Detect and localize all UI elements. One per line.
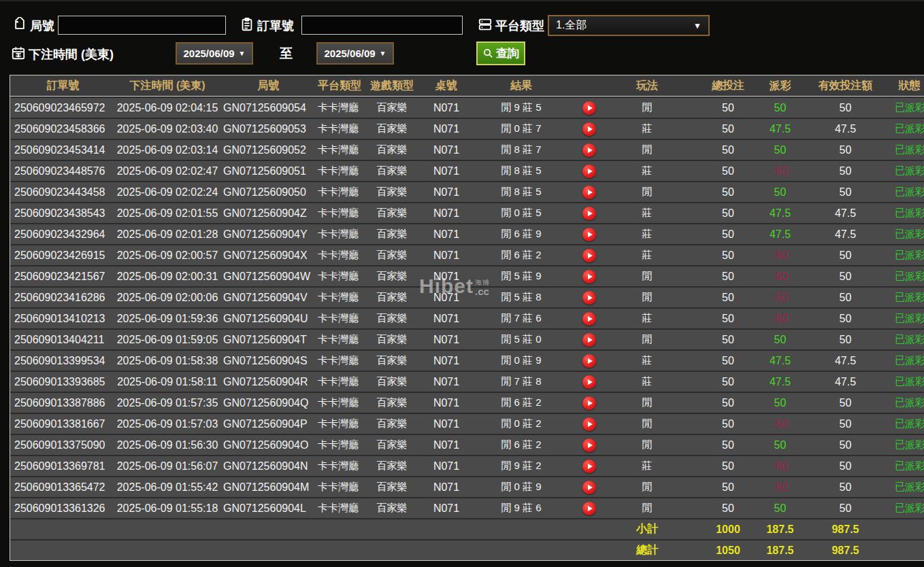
platform-cell: 卡卡灣廳 — [318, 165, 357, 177]
table-row: 250609013410213 2025-06-09 01:59:36 GN07… — [10, 307, 924, 328]
table-row: 250609023432964 2025-06-09 02:01:28 GN07… — [10, 223, 924, 244]
round-cell: GN0712560904X — [219, 250, 318, 262]
date-to-picker[interactable]: 2025/06/09 ▼ — [316, 42, 394, 65]
round-cell: GN0712560904P — [219, 418, 318, 430]
calendar-icon — [11, 46, 26, 61]
payout-cell: 50 — [764, 334, 796, 346]
payout-cell: 47.5 — [764, 123, 796, 135]
chevron-down-icon: ▼ — [239, 50, 246, 57]
play-icon[interactable] — [582, 481, 596, 494]
payout-cell: 50 — [764, 439, 796, 451]
table-row: 250609013365472 2025-06-09 01:55:42 GN07… — [10, 476, 924, 497]
bet-cell: 50 — [692, 186, 764, 199]
round-input[interactable] — [58, 16, 226, 35]
round-cell: GN0712560904N — [219, 460, 318, 472]
order-cell: 250609023421567 — [10, 271, 116, 283]
result-cell: 閒 7 莊 6 — [466, 312, 576, 325]
total-label: 總計 — [602, 543, 692, 557]
platform-cell: 卡卡灣廳 — [318, 439, 357, 451]
table-row: 250609023465972 2025-06-09 02:04:15 GN07… — [10, 97, 924, 118]
table-row: 250609023458366 2025-06-09 02:03:40 GN07… — [10, 118, 924, 139]
valid-bet-cell: 50 — [796, 292, 895, 304]
date-from-picker[interactable]: 2025/06/09 ▼ — [176, 42, 253, 65]
time-cell: 2025-06-09 02:03:14 — [116, 144, 219, 156]
play-icon[interactable] — [582, 122, 596, 136]
game-cell: 百家樂 — [357, 249, 427, 262]
play-icon[interactable] — [582, 417, 596, 431]
play-icon[interactable] — [582, 502, 596, 515]
platform-cell: 卡卡灣廳 — [318, 270, 357, 283]
playtype-cell: 莊 — [602, 375, 692, 388]
play-icon[interactable] — [582, 249, 596, 262]
game-cell: 百家樂 — [357, 333, 427, 346]
table-no-cell: N071 — [427, 355, 466, 367]
result-cell: 閒 0 莊 5 — [466, 207, 576, 220]
payout-cell: -50 — [764, 460, 796, 472]
valid-bet-cell: 50 — [796, 397, 895, 409]
play-icon[interactable] — [582, 439, 596, 452]
playtype-cell: 閒 — [602, 333, 692, 346]
order-input[interactable] — [301, 16, 463, 35]
play-icon[interactable] — [582, 375, 596, 389]
bet-cell: 50 — [692, 460, 764, 472]
round-cell: GN0712560904V — [219, 292, 318, 304]
date-to-value: 2025/06/09 — [325, 48, 376, 59]
replay-cell — [576, 396, 602, 410]
playtype-cell: 莊 — [602, 249, 692, 262]
bet-cell: 50 — [692, 207, 764, 220]
time-cell: 2025-06-09 01:59:05 — [116, 334, 219, 346]
bet-cell: 50 — [692, 418, 764, 430]
platform-cell: 卡卡灣廳 — [318, 502, 357, 515]
game-cell: 百家樂 — [357, 312, 427, 325]
platform-cell: 卡卡灣廳 — [318, 312, 357, 325]
play-icon[interactable] — [582, 143, 596, 157]
platform-cell: 卡卡灣廳 — [318, 333, 357, 346]
table-no-cell: N071 — [427, 334, 466, 346]
play-icon[interactable] — [582, 396, 596, 410]
total-row: 總計 1050 187.5 987.5 — [10, 539, 924, 560]
query-button[interactable]: 查詢 — [476, 41, 525, 65]
table-header-row: 訂單號下注時間 (美東)局號平台類型遊戲類型桌號結果玩法總投注派彩有效投注額狀態 — [10, 75, 924, 97]
replay-cell — [576, 439, 602, 452]
subtotal-label: 小計 — [602, 522, 692, 536]
platform-cell: 卡卡灣廳 — [318, 375, 357, 388]
play-icon[interactable] — [582, 460, 596, 473]
result-cell: 閒 8 莊 5 — [466, 186, 576, 199]
round-cell: GN0712560904R — [219, 376, 318, 388]
play-icon[interactable] — [582, 312, 596, 326]
table-row: 250609013404211 2025-06-09 01:59:05 GN07… — [10, 328, 924, 349]
valid-bet-cell: 50 — [796, 144, 895, 156]
bet-cell: 50 — [692, 228, 764, 241]
time-cell: 2025-06-09 01:59:36 — [116, 313, 219, 325]
platform-icon — [478, 17, 493, 32]
play-icon[interactable] — [582, 228, 596, 241]
column-header: 下注時間 (美東) — [116, 79, 219, 93]
round-cell: GN0712560904Q — [219, 397, 318, 409]
play-icon[interactable] — [582, 270, 596, 284]
play-icon[interactable] — [582, 207, 596, 220]
status-cell: 已派彩 — [895, 354, 924, 367]
table-row: 250609023448576 2025-06-09 02:02:47 GN07… — [10, 160, 924, 181]
result-cell: 閒 9 莊 6 — [466, 502, 576, 515]
time-cell: 2025-06-09 01:55:18 — [116, 502, 219, 515]
play-icon[interactable] — [582, 291, 596, 305]
playtype-cell: 閒 — [602, 417, 692, 430]
table-no-cell: N071 — [427, 313, 466, 325]
time-cell: 2025-06-09 02:00:31 — [116, 271, 219, 283]
order-cell: 250609023465972 — [10, 102, 116, 114]
valid-bet-cell: 47.5 — [796, 123, 895, 135]
play-icon[interactable] — [582, 101, 596, 115]
play-icon[interactable] — [582, 354, 596, 368]
play-icon[interactable] — [582, 186, 596, 199]
column-header: 桌號 — [427, 79, 466, 93]
platform-cell: 卡卡灣廳 — [318, 143, 357, 156]
round-cell: GN0712560904Y — [219, 228, 318, 241]
replay-cell — [576, 270, 602, 284]
play-icon[interactable] — [582, 165, 596, 178]
replay-cell — [576, 291, 602, 305]
platform-select[interactable]: 1.全部 ▼ — [548, 15, 710, 36]
total-bet: 1050 — [692, 545, 764, 557]
play-icon[interactable] — [582, 333, 596, 347]
bet-cell: 50 — [692, 355, 764, 367]
table-no-cell: N071 — [427, 418, 466, 430]
